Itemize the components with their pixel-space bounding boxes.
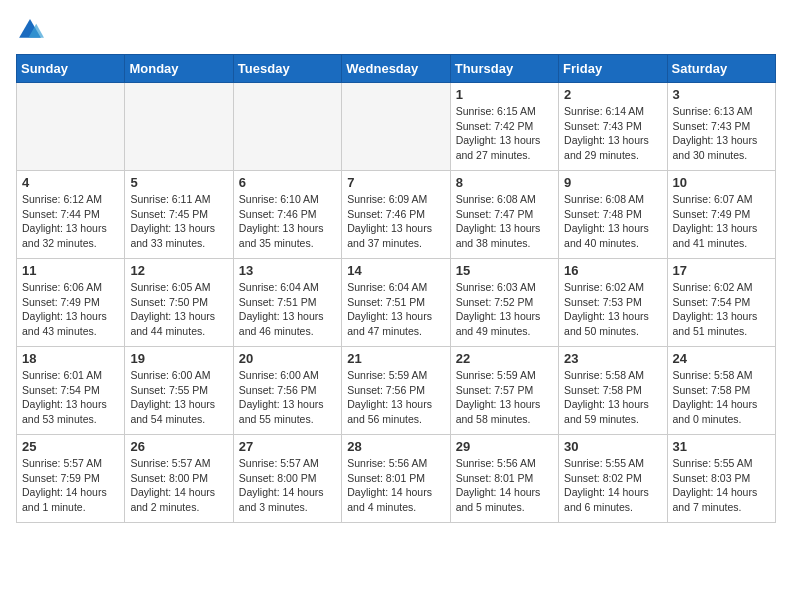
page-header [16, 16, 776, 44]
day-number: 30 [564, 439, 661, 454]
calendar-day-cell: 4Sunrise: 6:12 AM Sunset: 7:44 PM Daylig… [17, 171, 125, 259]
calendar-day-cell: 16Sunrise: 6:02 AM Sunset: 7:53 PM Dayli… [559, 259, 667, 347]
day-number: 8 [456, 175, 553, 190]
day-info: Sunrise: 5:56 AM Sunset: 8:01 PM Dayligh… [456, 456, 553, 515]
day-of-week-header: Wednesday [342, 55, 450, 83]
calendar-day-cell: 1Sunrise: 6:15 AM Sunset: 7:42 PM Daylig… [450, 83, 558, 171]
day-info: Sunrise: 6:04 AM Sunset: 7:51 PM Dayligh… [347, 280, 444, 339]
calendar-day-cell [17, 83, 125, 171]
day-number: 6 [239, 175, 336, 190]
day-info: Sunrise: 5:58 AM Sunset: 7:58 PM Dayligh… [673, 368, 770, 427]
day-info: Sunrise: 6:08 AM Sunset: 7:47 PM Dayligh… [456, 192, 553, 251]
day-info: Sunrise: 5:57 AM Sunset: 8:00 PM Dayligh… [239, 456, 336, 515]
day-number: 17 [673, 263, 770, 278]
day-of-week-header: Thursday [450, 55, 558, 83]
day-number: 1 [456, 87, 553, 102]
day-of-week-header: Friday [559, 55, 667, 83]
day-number: 11 [22, 263, 119, 278]
day-info: Sunrise: 5:56 AM Sunset: 8:01 PM Dayligh… [347, 456, 444, 515]
day-info: Sunrise: 6:14 AM Sunset: 7:43 PM Dayligh… [564, 104, 661, 163]
day-header-row: SundayMondayTuesdayWednesdayThursdayFrid… [17, 55, 776, 83]
day-info: Sunrise: 5:57 AM Sunset: 7:59 PM Dayligh… [22, 456, 119, 515]
day-info: Sunrise: 5:55 AM Sunset: 8:03 PM Dayligh… [673, 456, 770, 515]
calendar-day-cell: 31Sunrise: 5:55 AM Sunset: 8:03 PM Dayli… [667, 435, 775, 523]
day-info: Sunrise: 5:55 AM Sunset: 8:02 PM Dayligh… [564, 456, 661, 515]
day-of-week-header: Tuesday [233, 55, 341, 83]
calendar-day-cell: 20Sunrise: 6:00 AM Sunset: 7:56 PM Dayli… [233, 347, 341, 435]
day-number: 24 [673, 351, 770, 366]
day-number: 15 [456, 263, 553, 278]
calendar-day-cell: 17Sunrise: 6:02 AM Sunset: 7:54 PM Dayli… [667, 259, 775, 347]
calendar-day-cell: 14Sunrise: 6:04 AM Sunset: 7:51 PM Dayli… [342, 259, 450, 347]
calendar-day-cell: 24Sunrise: 5:58 AM Sunset: 7:58 PM Dayli… [667, 347, 775, 435]
day-number: 25 [22, 439, 119, 454]
calendar-day-cell: 15Sunrise: 6:03 AM Sunset: 7:52 PM Dayli… [450, 259, 558, 347]
day-number: 10 [673, 175, 770, 190]
day-of-week-header: Sunday [17, 55, 125, 83]
day-number: 20 [239, 351, 336, 366]
calendar-day-cell: 19Sunrise: 6:00 AM Sunset: 7:55 PM Dayli… [125, 347, 233, 435]
day-info: Sunrise: 6:03 AM Sunset: 7:52 PM Dayligh… [456, 280, 553, 339]
day-number: 9 [564, 175, 661, 190]
day-info: Sunrise: 6:02 AM Sunset: 7:53 PM Dayligh… [564, 280, 661, 339]
calendar-week-row: 25Sunrise: 5:57 AM Sunset: 7:59 PM Dayli… [17, 435, 776, 523]
calendar-day-cell: 9Sunrise: 6:08 AM Sunset: 7:48 PM Daylig… [559, 171, 667, 259]
calendar-day-cell [233, 83, 341, 171]
day-number: 5 [130, 175, 227, 190]
day-number: 13 [239, 263, 336, 278]
calendar-day-cell: 5Sunrise: 6:11 AM Sunset: 7:45 PM Daylig… [125, 171, 233, 259]
day-number: 3 [673, 87, 770, 102]
calendar-day-cell: 21Sunrise: 5:59 AM Sunset: 7:56 PM Dayli… [342, 347, 450, 435]
day-info: Sunrise: 6:06 AM Sunset: 7:49 PM Dayligh… [22, 280, 119, 339]
day-info: Sunrise: 6:15 AM Sunset: 7:42 PM Dayligh… [456, 104, 553, 163]
day-info: Sunrise: 6:08 AM Sunset: 7:48 PM Dayligh… [564, 192, 661, 251]
day-number: 28 [347, 439, 444, 454]
day-of-week-header: Monday [125, 55, 233, 83]
calendar-day-cell: 29Sunrise: 5:56 AM Sunset: 8:01 PM Dayli… [450, 435, 558, 523]
day-info: Sunrise: 6:07 AM Sunset: 7:49 PM Dayligh… [673, 192, 770, 251]
calendar-day-cell [125, 83, 233, 171]
day-number: 23 [564, 351, 661, 366]
calendar-day-cell: 25Sunrise: 5:57 AM Sunset: 7:59 PM Dayli… [17, 435, 125, 523]
day-number: 18 [22, 351, 119, 366]
calendar-day-cell: 3Sunrise: 6:13 AM Sunset: 7:43 PM Daylig… [667, 83, 775, 171]
day-info: Sunrise: 6:13 AM Sunset: 7:43 PM Dayligh… [673, 104, 770, 163]
day-info: Sunrise: 6:09 AM Sunset: 7:46 PM Dayligh… [347, 192, 444, 251]
day-number: 4 [22, 175, 119, 190]
day-info: Sunrise: 6:05 AM Sunset: 7:50 PM Dayligh… [130, 280, 227, 339]
day-info: Sunrise: 6:00 AM Sunset: 7:55 PM Dayligh… [130, 368, 227, 427]
day-number: 12 [130, 263, 227, 278]
day-number: 31 [673, 439, 770, 454]
calendar-day-cell [342, 83, 450, 171]
day-info: Sunrise: 6:11 AM Sunset: 7:45 PM Dayligh… [130, 192, 227, 251]
logo [16, 16, 48, 44]
calendar-day-cell: 26Sunrise: 5:57 AM Sunset: 8:00 PM Dayli… [125, 435, 233, 523]
calendar-day-cell: 6Sunrise: 6:10 AM Sunset: 7:46 PM Daylig… [233, 171, 341, 259]
calendar-day-cell: 22Sunrise: 5:59 AM Sunset: 7:57 PM Dayli… [450, 347, 558, 435]
day-number: 27 [239, 439, 336, 454]
calendar-day-cell: 10Sunrise: 6:07 AM Sunset: 7:49 PM Dayli… [667, 171, 775, 259]
calendar-week-row: 1Sunrise: 6:15 AM Sunset: 7:42 PM Daylig… [17, 83, 776, 171]
day-info: Sunrise: 6:10 AM Sunset: 7:46 PM Dayligh… [239, 192, 336, 251]
day-number: 2 [564, 87, 661, 102]
day-info: Sunrise: 6:04 AM Sunset: 7:51 PM Dayligh… [239, 280, 336, 339]
day-info: Sunrise: 6:02 AM Sunset: 7:54 PM Dayligh… [673, 280, 770, 339]
calendar-day-cell: 18Sunrise: 6:01 AM Sunset: 7:54 PM Dayli… [17, 347, 125, 435]
day-number: 19 [130, 351, 227, 366]
day-info: Sunrise: 6:12 AM Sunset: 7:44 PM Dayligh… [22, 192, 119, 251]
calendar-day-cell: 28Sunrise: 5:56 AM Sunset: 8:01 PM Dayli… [342, 435, 450, 523]
calendar-day-cell: 2Sunrise: 6:14 AM Sunset: 7:43 PM Daylig… [559, 83, 667, 171]
day-number: 22 [456, 351, 553, 366]
calendar-day-cell: 30Sunrise: 5:55 AM Sunset: 8:02 PM Dayli… [559, 435, 667, 523]
calendar-week-row: 4Sunrise: 6:12 AM Sunset: 7:44 PM Daylig… [17, 171, 776, 259]
calendar-table: SundayMondayTuesdayWednesdayThursdayFrid… [16, 54, 776, 523]
day-number: 21 [347, 351, 444, 366]
calendar-day-cell: 7Sunrise: 6:09 AM Sunset: 7:46 PM Daylig… [342, 171, 450, 259]
calendar-day-cell: 8Sunrise: 6:08 AM Sunset: 7:47 PM Daylig… [450, 171, 558, 259]
day-number: 16 [564, 263, 661, 278]
day-number: 14 [347, 263, 444, 278]
day-number: 7 [347, 175, 444, 190]
calendar-week-row: 18Sunrise: 6:01 AM Sunset: 7:54 PM Dayli… [17, 347, 776, 435]
logo-icon [16, 16, 44, 44]
day-info: Sunrise: 5:57 AM Sunset: 8:00 PM Dayligh… [130, 456, 227, 515]
